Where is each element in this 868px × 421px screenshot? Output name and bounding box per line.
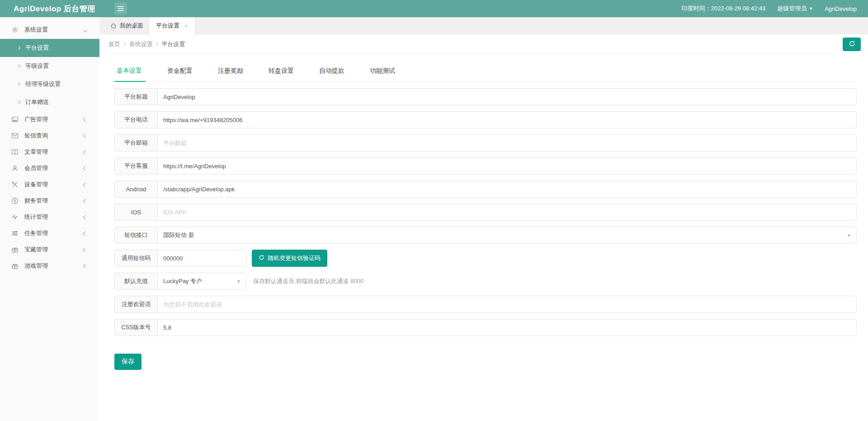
- form-row: 平台客服: [114, 157, 857, 175]
- gear-icon: [11, 26, 19, 33]
- sidebar-item-label: 游戏管理: [24, 262, 84, 270]
- css-version-input[interactable]: [157, 319, 857, 336]
- platform-support-input[interactable]: [157, 157, 857, 175]
- sidebar-item-finance-management[interactable]: $ 财务管理: [0, 193, 99, 209]
- default-recharge-select[interactable]: [157, 273, 246, 290]
- sidebar-item-level-settings[interactable]: 等级设置: [0, 57, 99, 75]
- dollar-icon: $: [11, 197, 19, 204]
- breadcrumb-system-settings[interactable]: 系统设置: [129, 40, 153, 48]
- common-sms-code-input[interactable]: [157, 250, 246, 267]
- tab-fund-config[interactable]: 资金配置: [155, 67, 205, 81]
- android-label: Android: [114, 180, 157, 198]
- sidebar: 系统设置 平台设置 等级设置 经理等级设置 订单赠送 广告管理: [0, 17, 99, 421]
- sidebar-item-member-management[interactable]: 会员管理: [0, 160, 99, 176]
- chevron-left-icon: [83, 133, 88, 138]
- sidebar-group-system-settings[interactable]: 系统设置: [0, 21, 99, 39]
- app-title: AgriDevelop 后台管理: [14, 4, 95, 14]
- sidebar-item-statistics-management[interactable]: 统计管理: [0, 209, 99, 225]
- refresh-button[interactable]: [843, 38, 861, 51]
- close-icon[interactable]: ×: [184, 23, 188, 29]
- save-button[interactable]: 保存: [114, 354, 142, 370]
- chevron-right-icon: [17, 64, 20, 68]
- tab-auto-withdraw[interactable]: 自动提款: [307, 67, 357, 81]
- form-row: 注册欢迎语: [114, 296, 857, 313]
- sidebar-item-task-management[interactable]: 任务管理: [0, 225, 99, 241]
- chevron-left-icon: [83, 215, 88, 219]
- platform-support-label: 平台客服: [114, 157, 157, 175]
- breadcrumb-current: 平台设置: [161, 40, 185, 48]
- sms-interface-select[interactable]: [157, 227, 857, 244]
- platform-email-label: 平台邮箱: [114, 134, 157, 151]
- tab-function-test[interactable]: 功能测试: [357, 67, 408, 81]
- form-row: 平台标题: [114, 88, 857, 105]
- chevron-right-icon: [17, 46, 20, 50]
- register-welcome-input[interactable]: [157, 296, 857, 313]
- random-sms-code-button[interactable]: 随机变更短信验证码: [252, 250, 327, 267]
- form-row: IOS: [114, 203, 857, 221]
- tools-icon: [11, 181, 19, 188]
- form-row: 默认充值 ▼ 保存默认通道后,前端就会默认此通道 8000: [114, 273, 857, 290]
- sidebar-item-ad-management[interactable]: 广告管理: [0, 111, 99, 128]
- breadcrumb: 首页 / 系统设置 / 平台设置: [108, 40, 185, 48]
- treasure-chest-icon: [11, 246, 19, 253]
- chevron-left-icon: [83, 231, 88, 236]
- admin-dropdown[interactable]: 超级管理员 ▼: [777, 5, 813, 13]
- sidebar-toggle-button[interactable]: [114, 2, 127, 15]
- admin-role-label: 超级管理员: [777, 5, 807, 13]
- sms-interface-label: 短信接口: [114, 227, 157, 244]
- chevron-left-icon: [83, 247, 88, 252]
- sidebar-item-label: 统计管理: [24, 213, 84, 221]
- chevron-right-icon: [17, 82, 20, 86]
- book-icon: [11, 148, 19, 156]
- sidebar-item-order-gift[interactable]: 订单赠送: [0, 93, 99, 111]
- sidebar-item-label: 平台设置: [25, 44, 49, 52]
- ios-app-input[interactable]: [157, 203, 857, 221]
- platform-title-input[interactable]: [157, 88, 857, 105]
- sidebar-item-game-management[interactable]: 游戏管理: [0, 258, 99, 274]
- sidebar-item-treasure-management[interactable]: 宝藏管理: [0, 241, 99, 258]
- user-icon: [11, 165, 19, 172]
- ios-label: IOS: [114, 203, 157, 221]
- form-row: 通用短信码 随机变更短信验证码: [114, 250, 857, 267]
- sidebar-item-manager-level-settings[interactable]: 经理等级设置: [0, 75, 99, 93]
- breadcrumb-bar: 首页 / 系统设置 / 平台设置: [99, 34, 868, 54]
- sidebar-item-label: 会员管理: [24, 164, 84, 172]
- refresh-icon: [259, 255, 264, 262]
- sidebar-item-device-management[interactable]: 设备管理: [0, 176, 99, 193]
- sidebar-item-platform-settings[interactable]: 平台设置: [0, 39, 99, 57]
- register-welcome-label: 注册欢迎语: [114, 296, 157, 313]
- android-app-input[interactable]: [157, 180, 857, 198]
- pulse-icon: [11, 213, 19, 221]
- chevron-down-icon: [83, 28, 88, 32]
- gift-icon: [11, 262, 19, 270]
- tab-platform-settings[interactable]: 平台设置 ×: [150, 17, 194, 34]
- sidebar-item-label: 经理等级设置: [25, 80, 61, 88]
- tab-register-reward[interactable]: 注册奖励: [205, 67, 256, 81]
- form-row: 平台电话: [114, 111, 857, 128]
- image-icon: [11, 116, 19, 123]
- sidebar-item-sms-query[interactable]: 短信查询: [0, 128, 99, 144]
- sidebar-item-label: 文章管理: [24, 148, 84, 156]
- tab-my-desktop[interactable]: 我的桌面: [104, 17, 150, 34]
- chevron-left-icon: [83, 264, 88, 268]
- css-version-label: CSS版本号: [114, 319, 157, 336]
- chevron-left-icon: [83, 199, 88, 203]
- breadcrumb-separator: /: [124, 41, 126, 47]
- tab-label: 我的桌面: [120, 22, 143, 30]
- platform-phone-input[interactable]: [157, 111, 857, 128]
- default-recharge-label: 默认充值: [114, 273, 157, 290]
- platform-email-input[interactable]: [157, 134, 857, 151]
- sidebar-item-article-management[interactable]: 文章管理: [0, 144, 99, 160]
- caret-down-icon: ▼: [809, 7, 813, 11]
- app-header: AgriDevelop 后台管理 印度时间：2022-08-29 08:42:4…: [0, 0, 868, 17]
- sidebar-group-label: 系统设置: [24, 26, 84, 34]
- brand-label: AgriDevelop: [825, 5, 857, 12]
- chevron-left-icon: [83, 117, 88, 122]
- sidebar-item-label: 短信查询: [24, 132, 84, 140]
- button-label: 随机变更短信验证码: [268, 254, 321, 262]
- tab-wheel-settings[interactable]: 转盘设置: [256, 67, 307, 81]
- common-sms-code-label: 通用短信码: [114, 250, 157, 267]
- breadcrumb-home[interactable]: 首页: [108, 40, 120, 48]
- tab-basic-settings[interactable]: 基本设置: [114, 67, 155, 81]
- window-tabbar: 我的桌面 平台设置 ×: [99, 17, 868, 34]
